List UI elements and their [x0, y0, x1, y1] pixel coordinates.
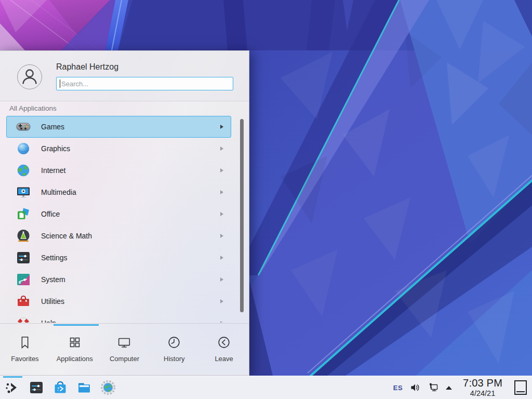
tab-applications[interactable]: Applications — [50, 326, 100, 375]
launcher-header: Raphael Hertzog — [0, 51, 249, 101]
category-label: Multimedia — [41, 188, 220, 196]
internet-category-icon — [15, 162, 32, 179]
category-row-internet[interactable]: Internet — [6, 159, 231, 181]
active-task-indicator — [3, 376, 22, 378]
section-label: All Applications — [9, 104, 57, 112]
tab-history[interactable]: History — [149, 326, 199, 375]
category-label: Graphics — [41, 144, 220, 153]
tab-label: Leave — [215, 355, 233, 363]
discover-icon — [52, 379, 69, 396]
tab-label: History — [164, 355, 184, 363]
user-avatar[interactable] — [17, 64, 42, 89]
category-label: Utilities — [41, 297, 220, 305]
kickoff-icon — [4, 379, 21, 396]
utilities-category-icon — [15, 293, 32, 310]
submenu-arrow-icon — [220, 234, 223, 238]
category-row-settings[interactable]: Settings — [6, 247, 231, 269]
category-row-office[interactable]: Office — [6, 203, 231, 225]
submenu-arrow-icon — [220, 168, 223, 172]
text-caret — [60, 79, 60, 88]
launcher-tabbar: Favorites Applications Computer — [0, 326, 249, 375]
submenu-arrow-icon — [220, 277, 223, 282]
tray-expander-icon[interactable] — [446, 386, 452, 390]
category-row-help[interactable]: Help — [6, 312, 231, 323]
science-math-category-icon — [15, 228, 32, 244]
category-row-graphics[interactable]: Graphics — [6, 138, 231, 159]
network-icon[interactable] — [428, 382, 439, 393]
category-row-science-math[interactable]: Science & Math — [6, 225, 231, 247]
category-label: Games — [41, 123, 220, 131]
category-row-utilities[interactable]: Utilities — [6, 290, 231, 312]
dolphin-icon — [76, 379, 92, 396]
discover-button[interactable] — [52, 377, 69, 398]
taskbar-panel: ES 7:03 PM 4/24/21 — [0, 376, 532, 399]
submenu-arrow-icon — [220, 256, 223, 260]
clock-date: 4/24/21 — [463, 390, 502, 397]
category-list: Games Graphics — [6, 116, 231, 323]
active-tab-indicator — [54, 324, 99, 326]
category-row-multimedia[interactable]: Multimedia — [6, 181, 231, 203]
keyboard-layout-indicator[interactable]: ES — [393, 384, 403, 392]
application-launcher-menu: Raphael Hertzog All Applications — [0, 50, 249, 376]
category-row-system[interactable]: System — [6, 269, 231, 290]
system-tray: ES 7:03 PM 4/24/21 — [393, 378, 532, 397]
submenu-arrow-icon — [220, 190, 223, 194]
tab-leave[interactable]: Leave — [199, 326, 249, 375]
category-label: Internet — [41, 166, 220, 175]
tab-favorites[interactable]: Favorites — [0, 326, 50, 375]
konqueror-icon — [100, 379, 116, 396]
digital-clock[interactable]: 7:03 PM 4/24/21 — [463, 378, 502, 397]
user-name: Raphael Hertzog — [56, 62, 118, 72]
submenu-arrow-icon — [220, 147, 223, 151]
submenu-arrow-icon — [220, 212, 223, 216]
category-row-games[interactable]: Games — [6, 116, 231, 138]
multimedia-category-icon — [15, 184, 32, 201]
volume-icon[interactable] — [409, 382, 421, 393]
history-icon — [166, 335, 182, 350]
category-list-scrollbar[interactable] — [240, 119, 244, 312]
leave-icon — [216, 335, 232, 350]
office-category-icon — [15, 206, 32, 222]
file-manager-button[interactable] — [76, 377, 92, 398]
applications-icon — [67, 335, 83, 350]
help-category-icon — [15, 315, 32, 323]
category-label: System — [41, 275, 220, 284]
desktop: Raphael Hertzog All Applications — [0, 0, 532, 399]
category-label: Office — [41, 210, 220, 218]
settings-category-icon — [15, 249, 32, 266]
tab-label: Applications — [57, 355, 93, 363]
computer-icon — [116, 335, 132, 350]
submenu-arrow-icon — [220, 299, 223, 303]
tab-label: Favorites — [11, 355, 38, 363]
graphics-category-icon — [15, 140, 32, 157]
category-label: Help — [41, 319, 220, 323]
web-browser-button[interactable] — [100, 377, 116, 398]
tab-computer[interactable]: Computer — [100, 326, 150, 375]
submenu-arrow-icon — [220, 321, 223, 323]
category-label: Science & Math — [41, 232, 220, 240]
system-settings-button[interactable] — [28, 377, 45, 398]
category-label: Settings — [41, 254, 220, 262]
submenu-arrow-icon — [220, 125, 223, 129]
show-desktop-button[interactable] — [514, 380, 527, 395]
games-category-icon — [15, 118, 32, 135]
tab-label: Computer — [110, 355, 139, 363]
tabbar-divider — [0, 323, 249, 324]
search-input[interactable] — [56, 77, 233, 90]
taskbar-launchers — [0, 377, 116, 398]
system-settings-icon — [28, 379, 45, 396]
favorites-icon — [17, 335, 33, 350]
clock-time: 7:03 PM — [463, 378, 502, 388]
application-launcher-button[interactable] — [4, 377, 21, 398]
system-category-icon — [15, 271, 32, 288]
header-divider — [0, 101, 249, 101]
